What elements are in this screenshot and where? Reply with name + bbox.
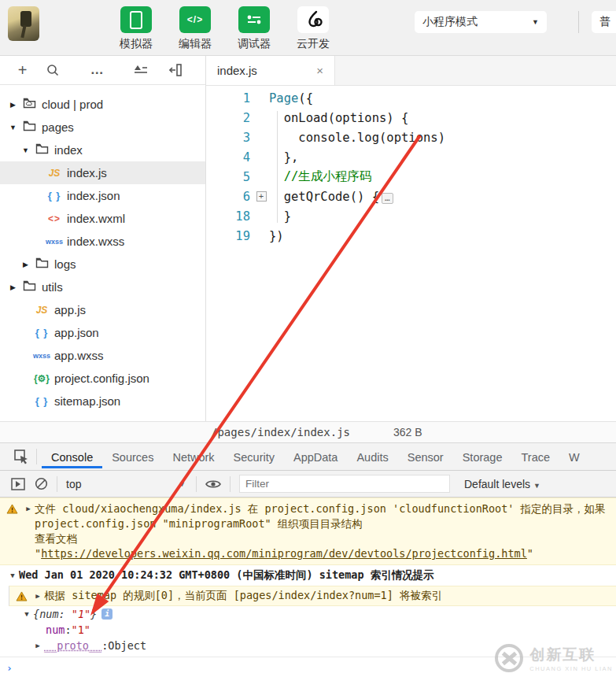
tree-item-app.json[interactable]: { }app.json: [0, 321, 205, 344]
tab-storage[interactable]: Storage: [453, 446, 512, 468]
tab-network[interactable]: Network: [163, 446, 223, 468]
console-warning-entry: ▶ 根据 sitemap 的规则[0]，当前页面 [pages/index/in…: [9, 586, 616, 606]
clear-console-icon[interactable]: [35, 477, 48, 490]
tree-arrow-icon[interactable]: ▼: [6, 124, 20, 131]
inspect-element-icon[interactable]: [13, 449, 30, 464]
chevron-down-icon: ▼: [533, 482, 540, 490]
toolbar-divider: [57, 476, 57, 492]
explorer-toolbar: + …: [0, 56, 205, 85]
editor-tab-strip: index.js ×: [206, 56, 616, 86]
collapse-all-icon[interactable]: [124, 65, 159, 76]
log-levels-dropdown[interactable]: Default levels ▼: [464, 478, 540, 490]
close-tab-icon[interactable]: ×: [316, 64, 323, 77]
debugger-tab-bar: ConsoleSourcesNetworkSecurityAppDataAudi…: [0, 443, 616, 471]
compile-button[interactable]: 普: [592, 11, 616, 33]
collapse-arrow-icon[interactable]: ▼: [6, 572, 19, 579]
mode-select-dropdown[interactable]: 小程序模式 ▼: [415, 11, 547, 33]
info-badge-icon: i: [101, 609, 113, 620]
code-area[interactable]: 1Page({2 onLoad(options) {3 console.log(…: [206, 86, 616, 246]
tree-arrow-icon[interactable]: ▼: [19, 146, 32, 154]
expand-arrow-icon[interactable]: ▶: [22, 501, 35, 516]
tree-item-index[interactable]: ▼index: [0, 139, 205, 161]
docs-link[interactable]: https://developers.weixin.qq.com/minipro…: [41, 547, 527, 560]
tree-item-label: utils: [42, 280, 63, 294]
search-icon[interactable]: [34, 64, 71, 76]
js-file-icon: JS: [49, 168, 61, 179]
console-group-header[interactable]: ▼ Wed Jan 01 2020 10:24:32 GMT+0800 (中国标…: [0, 565, 616, 586]
code-line-2: 2 onLoad(options) {: [206, 108, 616, 128]
warning-text: 根据 sitemap 的规则[0]，当前页面 [pages/index/inde…: [44, 589, 442, 603]
tab-sensor[interactable]: Sensor: [398, 446, 453, 468]
folder-icon: [35, 257, 49, 271]
prompt-chevron-icon: ›: [6, 662, 13, 674]
tree-item-sitemap.json[interactable]: { }sitemap.json: [0, 390, 205, 412]
toolbar-divider: [578, 11, 579, 33]
editor-code-icon: </>: [187, 14, 203, 25]
toolbar-divider: [196, 476, 197, 492]
add-file-icon[interactable]: +: [11, 61, 34, 80]
more-options-icon[interactable]: …: [71, 62, 124, 78]
eye-icon[interactable]: [205, 479, 221, 490]
dock-side-icon[interactable]: [11, 478, 25, 490]
editor-button[interactable]: </> 编辑器: [168, 6, 223, 51]
filter-input[interactable]: [239, 475, 450, 493]
tree-item-utils[interactable]: ▶utils: [0, 276, 205, 298]
tab-security[interactable]: Security: [224, 446, 284, 468]
folder-icon: [35, 143, 49, 157]
folder-icon: [23, 120, 36, 134]
tree-item-project.config.json[interactable]: {⚙}project.config.json: [0, 367, 205, 390]
tree-arrow-icon[interactable]: ▶: [6, 283, 20, 291]
indent-guide: [277, 111, 278, 223]
tab-w[interactable]: W: [559, 446, 589, 468]
quote-mark: ": [35, 547, 41, 560]
code-line-3: 3 console.log(options): [206, 128, 616, 147]
debugger-label: 调试器: [227, 37, 282, 51]
tree-item-index.wxml[interactable]: <>index.wxml: [0, 207, 205, 230]
object-property-row: num: "1": [0, 622, 616, 638]
collapse-arrow-icon[interactable]: ▼: [20, 610, 33, 618]
debugger-panel: ConsoleSourcesNetworkSecurityAppDataAudi…: [0, 443, 616, 677]
wxss-file-icon: wxss: [33, 352, 50, 360]
property-key: num: [46, 623, 65, 636]
debugger-toggles-icon: [246, 14, 262, 25]
expand-arrow-icon[interactable]: ▶: [31, 592, 44, 600]
tab-trace[interactable]: Trace: [511, 446, 559, 468]
debugger-button[interactable]: 调试器: [227, 6, 282, 51]
object-preview[interactable]: {num: "1"}: [33, 608, 97, 620]
group-header-text: Wed Jan 01 2020 10:24:32 GMT+0800 (中国标准时…: [19, 568, 434, 583]
top-toolbar: 模拟器 </> 编辑器 调试器 云开发 小程序模式 ▼ 普: [0, 0, 616, 56]
tree-arrow-icon[interactable]: ▶: [19, 261, 32, 268]
tab-label: index.js: [217, 64, 257, 77]
collapse-sidebar-icon[interactable]: [159, 64, 194, 76]
expand-arrow-icon[interactable]: ▶: [31, 642, 44, 649]
compile-button-label: 普: [599, 15, 610, 29]
tab-indexjs[interactable]: index.js ×: [206, 56, 335, 85]
tree-item-app.js[interactable]: JSapp.js: [0, 298, 205, 321]
tab-audits[interactable]: Audits: [347, 446, 397, 468]
tab-console[interactable]: Console: [42, 446, 102, 468]
line-number: 5: [206, 170, 253, 184]
tab-sources[interactable]: Sources: [102, 446, 163, 468]
code-line-19: 19}): [206, 226, 616, 246]
context-dropdown[interactable]: top ▼: [61, 478, 192, 490]
tree-item-pages[interactable]: ▼pages: [0, 116, 205, 139]
tab-appdata[interactable]: AppData: [284, 446, 347, 468]
levels-label: Default levels: [464, 478, 530, 490]
tree-item-logs[interactable]: ▶logs: [0, 253, 205, 276]
cloud-dev-button[interactable]: 云开发: [286, 6, 341, 51]
js-file-icon: JS: [36, 305, 48, 316]
wxml-file-icon: <>: [48, 213, 61, 224]
user-avatar[interactable]: [8, 6, 39, 41]
code-line-1: 1Page({: [206, 88, 616, 108]
tree-item-app.wxss[interactable]: wxssapp.wxss: [0, 344, 205, 367]
tree-item-index.json[interactable]: { }index.json: [0, 184, 205, 207]
fold-toggle-icon[interactable]: +: [256, 191, 267, 202]
simulator-button[interactable]: 模拟器: [109, 6, 164, 51]
chevron-down-icon: ▼: [532, 18, 539, 26]
tree-item-cloud-prod[interactable]: ▶cloud | prod: [0, 93, 205, 116]
tree-arrow-icon[interactable]: ▶: [6, 101, 20, 109]
console-warning-entry: ▶ 文件 cloud/xiaochengxuma/index.js 在 proj…: [0, 498, 616, 565]
tree-item-index.wxss[interactable]: wxssindex.wxss: [0, 230, 205, 253]
config-json-file-icon: {⚙}: [34, 373, 50, 384]
tree-item-index.js[interactable]: JSindex.js: [0, 161, 205, 184]
